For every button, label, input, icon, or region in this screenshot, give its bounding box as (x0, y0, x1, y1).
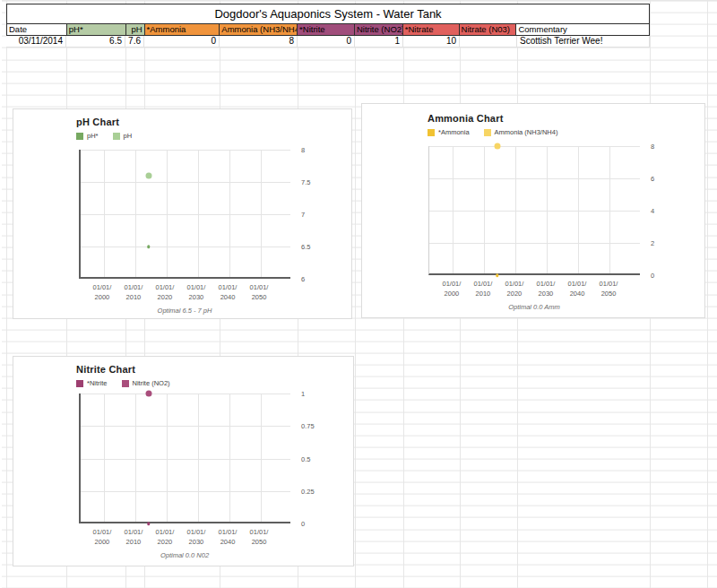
table-title: Dogdoor's Aquaponics System - Water Tank (214, 7, 441, 21)
gridline-vertical (547, 146, 548, 273)
column-header--ammonia[interactable]: *Ammonia (145, 24, 220, 35)
data-point (147, 522, 151, 525)
nitrite-chart-card[interactable]: Nitrite Chart *NitriteNitrite (NO2) Opti… (13, 356, 354, 566)
y-axis-tick-label: 0 (651, 272, 654, 280)
gridline-horizontal (81, 426, 290, 427)
y-axis-tick-label: 7.5 (301, 178, 310, 186)
table-header-row: DatepH*pH*AmmoniaAmmonia (NH3/NH4)*Nitri… (6, 24, 650, 36)
column-header--nitrate[interactable]: *Nitrate (403, 24, 460, 35)
x-axis-title: Optimal 0.0 N02 (160, 551, 209, 559)
legend-swatch (76, 380, 83, 387)
gridline-horizontal (81, 214, 290, 215)
gridline-horizontal (429, 178, 640, 179)
gridline-vertical (198, 150, 199, 277)
plot-area (79, 150, 290, 279)
y-axis-tick-label: 6 (651, 175, 654, 183)
data-point (147, 245, 151, 248)
table-title-cell[interactable]: Dogdoor's Aquaponics System - Water Tank (6, 4, 650, 24)
x-axis-title: Optimal 0.0 Amm (508, 303, 560, 311)
y-axis-tick-label: 0.5 (301, 454, 310, 463)
gridline-vertical (229, 393, 230, 522)
chart-title: Ammonia Chart (428, 113, 504, 124)
chart-legend: *NitriteNitrite (NO2) (76, 379, 170, 387)
x-tick-line1: 01/01/ (239, 283, 279, 293)
y-axis-tick-label: 0 (301, 520, 305, 528)
spreadsheet-canvas: Dogdoor's Aquaponics System - Water Tank… (0, 0, 717, 588)
data-point (496, 273, 499, 277)
chart-title: pH Chart (76, 117, 119, 127)
data-cell[interactable] (460, 36, 517, 47)
x-tick-line2: 2050 (239, 538, 279, 548)
legend-item: *Ammonia (428, 128, 470, 136)
table-data-row: 03/11/20146.57.6080110Scottish Terrier W… (6, 36, 650, 48)
y-axis-tick-label: 4 (651, 207, 654, 215)
x-axis-tick-label: 01/01/2050 (239, 528, 279, 547)
gridline-vertical (515, 146, 516, 273)
legend-item: pH (113, 132, 133, 140)
column-header--nitrite[interactable]: *Nitrite (298, 24, 355, 35)
data-point (494, 143, 500, 150)
y-axis-tick-label: 2 (651, 239, 654, 247)
ph-chart-card[interactable]: pH Chart pH*pH Optimal 6.5 - 7 pH 87.576… (13, 108, 352, 319)
y-axis-tick-label: 8 (651, 143, 654, 151)
gridline-vertical (167, 150, 168, 277)
y-axis-tick-label: 0.25 (301, 487, 315, 495)
gridline-vertical (135, 150, 136, 277)
legend-swatch (76, 133, 83, 140)
gridline-vertical (167, 393, 168, 522)
ammonia-chart-card[interactable]: Ammonia Chart *AmmoniaAmmonia (NH3/NH4) … (361, 103, 705, 318)
data-cell[interactable]: Scottish Terrier Wee! (517, 36, 650, 47)
gridline-vertical (104, 150, 105, 277)
legend-item: Ammonia (NH3/NH4) (484, 128, 558, 136)
gridline-horizontal (81, 182, 290, 183)
gridline-horizontal (429, 243, 640, 244)
gridline-horizontal (81, 393, 290, 394)
gridline-horizontal (81, 459, 290, 460)
gridline-vertical (453, 146, 454, 273)
chart-legend: *AmmoniaAmmonia (NH3/NH4) (428, 128, 557, 136)
data-cell[interactable]: 0 (298, 36, 355, 47)
gridline-horizontal (429, 211, 640, 212)
column-header-nitrate-n03-[interactable]: Nitrate (N03) (460, 24, 517, 35)
gridline-vertical (261, 150, 262, 277)
legend-label: pH* (87, 132, 99, 140)
data-cell[interactable]: 8 (220, 36, 298, 47)
y-axis-tick-label: 1 (301, 390, 305, 398)
x-tick-line2: 2050 (239, 293, 279, 303)
legend-label: *Ammonia (438, 128, 470, 136)
legend-swatch (113, 133, 120, 140)
legend-item: pH* (76, 132, 99, 140)
gridline-vertical (135, 393, 136, 522)
y-axis-tick-label: 6.5 (301, 243, 310, 251)
y-axis-tick-label: 6 (301, 275, 305, 283)
data-cell[interactable]: 6.5 (66, 36, 125, 47)
column-header-commentary[interactable]: Commentary (516, 24, 649, 35)
gridline-vertical (104, 393, 105, 522)
column-header-ph-[interactable]: pH* (67, 24, 126, 35)
gridline-vertical (198, 393, 199, 522)
data-cell[interactable]: 1 (355, 36, 403, 47)
data-cell[interactable]: 0 (144, 36, 220, 47)
column-header-date[interactable]: Date (7, 24, 67, 35)
data-point (145, 391, 151, 397)
plot-area (79, 393, 290, 523)
data-cell[interactable]: 7.6 (125, 36, 144, 47)
x-axis-title: Optimal 6.5 - 7 pH (158, 307, 212, 315)
column-header-nitrite-no2-[interactable]: Nitrite (NO2) (355, 24, 403, 35)
gridline-vertical (229, 150, 230, 277)
column-header-ammonia-nh3-nh4-[interactable]: Ammonia (NH3/NH4) (220, 24, 298, 35)
gridline-horizontal (81, 491, 290, 492)
gridline-vertical (261, 393, 262, 522)
data-point (145, 172, 151, 178)
data-cell[interactable]: 10 (403, 36, 460, 47)
x-tick-line1: 01/01/ (589, 280, 628, 290)
column-header-ph[interactable]: pH (126, 24, 145, 35)
plot-area (428, 146, 640, 275)
grid-column-line (707, 1, 708, 588)
legend-label: Ammonia (NH3/NH4) (495, 128, 558, 136)
data-cell[interactable]: 03/11/2014 (6, 36, 66, 47)
legend-label: *Nitrite (87, 379, 108, 387)
legend-item: Nitrite (NO2) (122, 379, 170, 387)
gridline-vertical (578, 146, 579, 273)
gridline-vertical (609, 146, 610, 273)
